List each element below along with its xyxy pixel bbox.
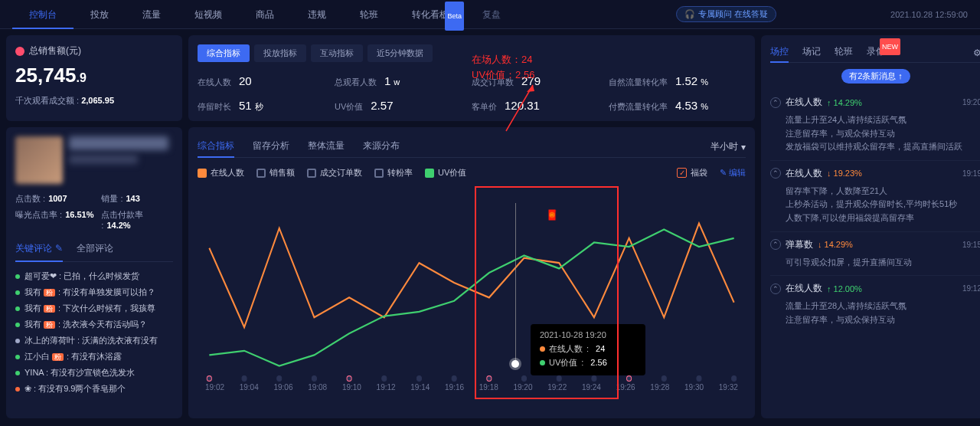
comment-list: 超可爱❤ : 已拍，什么时候发货我有 粉: 有没有单独发膜可以拍？我有 粉: 下… [15,268,173,397]
comment-item[interactable]: 江小白 粉: 有没有沐浴露 [15,349,173,365]
profile-card: 点击数 :1007 销量 :143 曝光点击率 :16.51% 点击付款率 :1… [6,127,182,418]
metric-item: UV价值2.57 [335,99,472,113]
legend-item[interactable]: 在线人数 [198,167,244,179]
chart-tab-source[interactable]: 来源分布 [363,136,400,158]
sales-card: 总销售额(元) 25,745.9 千次观看成交额 : 2,065.95 [6,35,182,121]
feed-item[interactable]: ⌃在线人数↓ 19.23%19:19留存率下降，人数降至21人上秒杀活动，提升观… [770,160,980,231]
svg-point-14 [697,376,701,382]
legend-item[interactable]: 转粉率 [374,167,413,179]
bag-icon: 🧧 [546,209,558,221]
top-nav: 控制台 投放 流量 短视频 商品 违规 轮班 转化看板Beta 复盘 🎧 专属顾… [0,0,980,29]
metric-tab-5min[interactable]: 近5分钟数据 [368,44,433,62]
checkbox-fubao[interactable]: ✓福袋 [677,167,707,179]
feed-item[interactable]: ⌃在线人数↑ 12.00%19:12流量上升至28人,请持续活跃气氛注意留存率，… [770,275,980,333]
x-tick: 19:26 [616,383,635,392]
annotation-text: 在场人数：24 UV价值：2.56 [472,52,534,82]
svg-point-9 [521,376,526,382]
x-tick: 19:08 [308,383,327,392]
nav-tab-shortvideo[interactable]: 短视频 [178,0,239,29]
chevron-down-icon: ▾ [741,142,746,152]
x-tick: 19:16 [445,383,464,392]
legend-item[interactable]: 销售额 [256,167,295,179]
comment-tab-all[interactable]: 全部评论 [77,242,113,261]
comment-tab-key[interactable]: 关键评论✎ [15,242,63,261]
x-tick: 19:14 [410,383,430,392]
assist-panel: 场控 场记 轮班 录像NEW ⚙ 有2条新消息 ↑ ⌃在线人数↑ 14.29%1… [761,35,980,418]
nav-tab-shift[interactable]: 轮班 [343,0,395,29]
x-tick: 19:32 [719,383,738,392]
chart-tab-retention[interactable]: 留存分析 [253,136,289,158]
streamer-avatar [15,136,63,184]
comment-item[interactable]: 冰上的薄荷叶 : 沃满的洗衣液有没有 [15,333,173,349]
svg-point-7 [452,376,456,382]
hover-marker [511,360,519,368]
svg-point-2 [277,376,282,382]
stat-ctr: 曝光点击率 :16.51% [15,209,101,230]
chart-edit-button[interactable]: ✎编辑 [720,167,746,179]
streamer-sub-blurred [69,155,138,164]
comment-item[interactable]: ❀ : 有没有9.9两个香皂那个 [15,381,173,397]
x-tick: 19:18 [479,383,498,392]
svg-point-8 [487,376,492,382]
metric-tab-interact[interactable]: 互动指标 [311,44,363,62]
chart-area[interactable]: 19:0219:0419:0619:0819:1019:1219:1419:16… [198,186,746,401]
chart-tab-traffic[interactable]: 整体流量 [308,136,345,158]
right-tab-log[interactable]: 场记 [802,43,821,63]
svg-point-0 [207,376,211,382]
svg-point-13 [662,376,666,382]
metric-item: 停留时长51秒 [198,99,335,113]
period-select[interactable]: 半小时 ▾ [710,140,746,153]
nav-tab-delivery[interactable]: 投放 [74,0,126,29]
nav-tab-product[interactable]: 商品 [239,0,291,29]
x-tick: 19:20 [513,383,532,392]
legend-item[interactable]: UV价值 [425,167,466,179]
streamer-name-blurred [69,136,168,150]
record-icon [15,47,24,56]
comment-item[interactable]: YINA : 有没有沙宣锁色洗发水 [15,365,173,381]
metric-tab-delivery[interactable]: 投放指标 [254,44,306,62]
feed-item[interactable]: ⌃在线人数↑ 14.29%19:20流量上升至24人,请持续活跃气氛注意留存率，… [770,90,980,160]
x-tick: 19:06 [273,383,292,392]
right-tab-record[interactable]: 录像NEW [867,43,885,63]
nav-tab-review[interactable]: 复盘 [466,0,518,29]
legend-item[interactable]: 成交订单数 [307,167,362,179]
metric-item: 总观看人数1w [335,74,472,88]
x-tick: 19:22 [547,383,567,392]
nav-tab-traffic[interactable]: 流量 [126,0,178,29]
svg-point-1 [242,376,247,382]
nav-tab-console[interactable]: 控制台 [12,0,74,29]
new-message-badge[interactable]: 有2条新消息 ↑ [841,69,910,84]
comment-item[interactable]: 我有 粉: 下次什么时候有，我孩尊 [15,300,173,316]
svg-point-11 [592,376,596,382]
chevron-up-icon: ⌃ [770,168,781,179]
support-badge[interactable]: 🎧 专属顾问 在线答疑 [676,6,776,22]
chevron-up-icon: ⌃ [770,283,781,294]
chart-card: 综合指标 留存分析 整体流量 来源分布 半小时 ▾ 在线人数销售额成交订单数转粉… [188,127,755,418]
feed-item[interactable]: ⌃弹幕数↓ 14.29%19:15可引导观众扣屏，提升直播间互动 [770,231,980,276]
nav-tab-conversion[interactable]: 转化看板Beta [395,0,466,29]
chart-tab-overall[interactable]: 综合指标 [198,136,234,158]
svg-point-4 [347,376,351,382]
svg-point-3 [312,376,316,382]
stat-sales: 销量 :143 [101,193,173,205]
stat-payrate: 点击付款率 :14.2% [101,209,173,230]
comment-item[interactable]: 超可爱❤ : 已拍，什么时候发货 [15,268,173,284]
headset-icon: 🎧 [684,9,695,19]
x-tick: 19:04 [240,383,259,392]
right-tab-shift[interactable]: 轮班 [835,43,853,63]
hover-vline [515,203,516,364]
x-tick: 19:30 [684,383,704,392]
comment-item[interactable]: 我有 粉: 有没有单独发膜可以拍？ [15,284,173,300]
right-tab-control[interactable]: 场控 [770,43,789,63]
gear-icon[interactable]: ⚙ [973,48,980,58]
metric-item: 自然流量转化率1.52% [609,74,746,88]
chart-tooltip: 2021-10-28 19:20 在线人数 : 24 UV价值 : 2.56 [531,324,645,375]
chevron-up-icon: ⌃ [770,239,781,250]
metric-tab-overall[interactable]: 综合指标 [198,44,250,62]
sales-title: 总销售额(元) [15,44,173,57]
nav-tab-violation[interactable]: 违规 [291,0,343,29]
edit-icon[interactable]: ✎ [55,243,63,254]
page-timestamp: 2021.10.28 12:59:00 [890,0,968,29]
svg-point-12 [627,376,632,382]
comment-item[interactable]: 我有 粉: 洗衣液今天有活动吗？ [15,316,173,333]
